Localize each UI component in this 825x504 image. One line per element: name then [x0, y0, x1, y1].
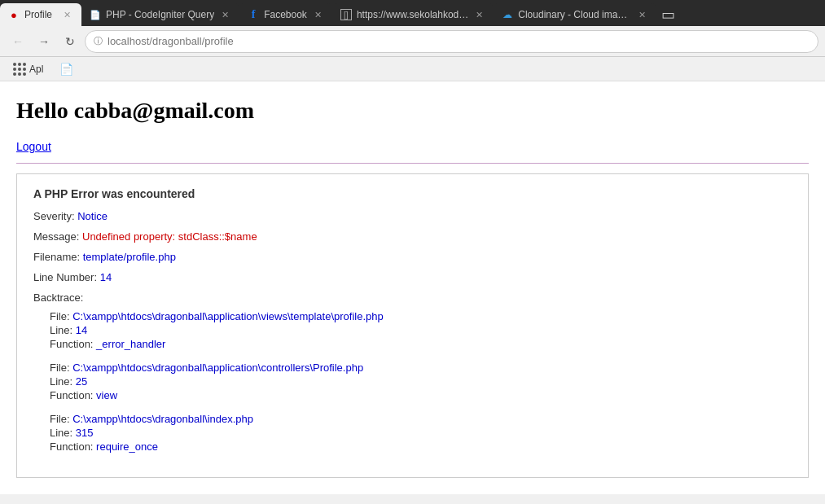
tab-cloudinary-icon: ☁: [502, 9, 513, 20]
section-separator: [16, 163, 809, 164]
error-filename-row: Filename: template/profile.php: [33, 251, 792, 263]
message-value: Undefined property: stdClass::$name: [82, 230, 257, 243]
line-label: Line Number:: [33, 271, 97, 283]
tab-facebook-icon: f: [248, 9, 259, 20]
backtrace-group-1: File: C:\xampp\htdocs\dragonball\applica…: [50, 362, 792, 401]
new-tab-button[interactable]: ▭: [656, 3, 680, 26]
tab-php[interactable]: 📄 PHP - CodeIgniter Query ✕: [81, 3, 239, 26]
tab-php-icon: 📄: [90, 9, 101, 20]
trace-1-func: Function: view: [50, 389, 792, 401]
hello-heading: Hello cabba@gmail.com: [16, 98, 809, 124]
trace-2-line: Line: 315: [50, 427, 792, 439]
message-label: Message:: [33, 230, 79, 243]
address-bar[interactable]: ⓘ localhost/dragonball/profile: [85, 30, 818, 53]
trace-0-line: Line: 14: [50, 324, 792, 336]
apps-grid-icon: [13, 63, 26, 76]
reload-button[interactable]: ↻: [59, 30, 81, 53]
backtrace-title: Backtrace:: [33, 291, 792, 304]
severity-label: Severity:: [33, 210, 75, 222]
tab-bar: ● Profile ✕ 📄 PHP - CodeIgniter Query ✕ …: [0, 0, 825, 26]
tab-facebook[interactable]: f Facebook ✕: [239, 3, 332, 26]
tab-profile-title: Profile: [24, 9, 56, 20]
tab-profile-close[interactable]: ✕: [61, 9, 73, 21]
page-content: Hello cabba@gmail.com Logout A PHP Error…: [0, 81, 825, 494]
trace-1-line: Line: 25: [50, 375, 792, 388]
tab-php-close[interactable]: ✕: [219, 9, 231, 21]
error-box: A PHP Error was encountered Severity: No…: [16, 173, 809, 478]
bookmark-doc-icon: 📄: [59, 63, 73, 76]
severity-value-text: Notice: [77, 210, 108, 222]
back-button[interactable]: ←: [7, 30, 29, 53]
tab-profile[interactable]: ● Profile ✕: [0, 3, 81, 26]
nav-bar: ← → ↻ ⓘ localhost/dragonball/profile: [0, 26, 825, 57]
line-value: 14: [100, 271, 112, 283]
error-severity-row: Severity: Notice: [33, 210, 792, 222]
error-message-row: Message: Undefined property: stdClass::$…: [33, 230, 792, 243]
forward-button[interactable]: →: [33, 30, 55, 53]
browser-chrome: ● Profile ✕ 📄 PHP - CodeIgniter Query ✕ …: [0, 0, 825, 81]
trace-0-file: File: C:\xampp\htdocs\dragonball\applica…: [50, 310, 792, 322]
trace-2-file: File: C:\xampp\htdocs\dragonball\index.p…: [50, 413, 792, 425]
tab-sekolahkode[interactable]: [] https://www.sekolahkod… ✕: [332, 3, 494, 26]
tab-profile-icon: ●: [8, 9, 20, 20]
filename-label: Filename:: [33, 251, 80, 263]
error-title: A PHP Error was encountered: [33, 187, 792, 200]
tab-cloudinary-close[interactable]: ✕: [636, 9, 648, 21]
trace-0-func: Function: _error_handler: [50, 338, 792, 350]
tab-cloudinary[interactable]: ☁ Cloudinary - Cloud imag… ✕: [494, 3, 656, 26]
tab-facebook-title: Facebook: [264, 9, 307, 20]
backtrace-group-0: File: C:\xampp\htdocs\dragonball\applica…: [50, 310, 792, 350]
logout-link[interactable]: Logout: [16, 140, 51, 153]
bookmark-page-icon[interactable]: 📄: [53, 61, 80, 77]
address-text: localhost/dragonball/profile: [108, 35, 234, 47]
tab-sekolahkode-icon: []: [340, 9, 352, 20]
apps-bookmark[interactable]: Apl: [7, 61, 50, 77]
tab-php-title: PHP - CodeIgniter Query: [106, 9, 214, 20]
tab-sekolahkode-close[interactable]: ✕: [473, 9, 485, 21]
backtrace-section: Backtrace: File: C:\xampp\htdocs\dragonb…: [33, 291, 792, 453]
tab-cloudinary-title: Cloudinary - Cloud imag…: [518, 9, 631, 20]
security-icon: ⓘ: [94, 35, 103, 47]
tab-sekolahkode-title: https://www.sekolahkod…: [357, 9, 468, 20]
filename-value: template/profile.php: [83, 251, 176, 263]
apps-label: Apl: [29, 64, 43, 75]
trace-2-func: Function: require_once: [50, 440, 792, 453]
error-line-row: Line Number: 14: [33, 271, 792, 283]
tab-facebook-close[interactable]: ✕: [312, 9, 324, 21]
backtrace-group-2: File: C:\xampp\htdocs\dragonball\index.p…: [50, 413, 792, 453]
bookmarks-bar: Apl 📄: [0, 57, 825, 81]
trace-1-file: File: C:\xampp\htdocs\dragonball\applica…: [50, 362, 792, 374]
